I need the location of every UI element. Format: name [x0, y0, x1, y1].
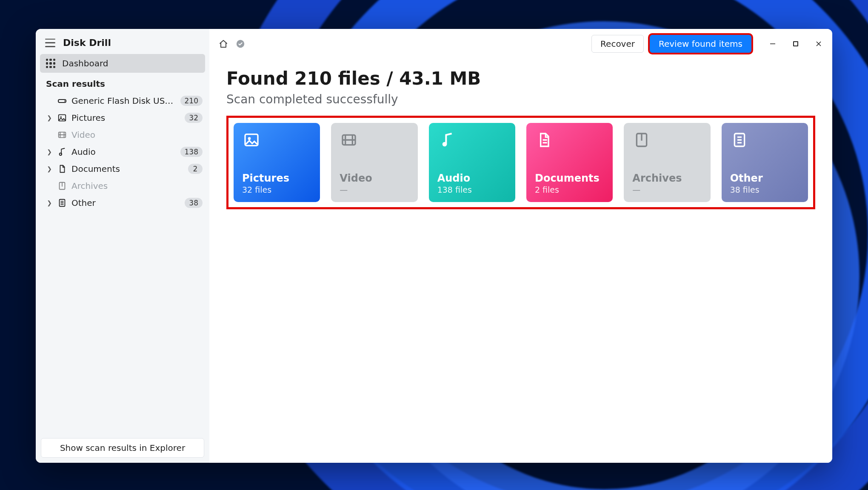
minimize-button[interactable] — [768, 39, 778, 49]
recover-button[interactable]: Recover — [591, 35, 644, 53]
sidebar-header: Disk Drill — [40, 35, 205, 54]
document-icon — [535, 131, 554, 149]
svg-rect-10 — [794, 42, 798, 46]
sidebar: Disk Drill Dashboard Scan results Generi… — [36, 29, 209, 463]
card-video[interactable]: Video — — [331, 123, 417, 202]
device-row[interactable]: Generic Flash Disk USB… 210 — [40, 92, 205, 109]
sidebar-item-pictures[interactable]: ❯ Pictures 32 — [40, 109, 205, 126]
video-icon — [340, 131, 358, 149]
archive-icon — [57, 181, 67, 191]
review-found-items-button[interactable]: Review found items — [650, 35, 751, 53]
drive-icon — [57, 96, 67, 106]
toolbar: Recover Review found items — [209, 29, 832, 59]
sidebar-item-label: Archives — [71, 181, 203, 191]
card-sub: 2 files — [535, 185, 604, 194]
card-sub: 38 files — [730, 185, 799, 194]
card-title: Other — [730, 172, 799, 184]
nav-dashboard[interactable]: Dashboard — [40, 54, 205, 73]
video-icon — [57, 130, 67, 140]
sidebar-item-count: 2 — [188, 164, 203, 174]
sidebar-item-label: Other — [71, 198, 180, 208]
card-documents[interactable]: Documents 2 files — [526, 123, 613, 202]
sidebar-item-archives[interactable]: Archives — [40, 177, 205, 194]
sidebar-item-audio[interactable]: ❯ Audio 138 — [40, 143, 205, 160]
sidebar-item-other[interactable]: ❯ Other 38 — [40, 194, 205, 211]
menu-icon[interactable] — [45, 39, 55, 47]
app-window: Disk Drill Dashboard Scan results Generi… — [36, 29, 832, 463]
svg-point-1 — [64, 100, 65, 101]
sidebar-item-count: 32 — [185, 113, 203, 123]
document-icon — [57, 164, 67, 174]
card-title: Audio — [437, 172, 507, 184]
chevron-right-icon: ❯ — [46, 199, 53, 206]
audio-icon — [57, 147, 67, 157]
svg-point-5 — [60, 153, 62, 156]
card-title: Documents — [535, 172, 604, 184]
sidebar-item-label: Audio — [71, 147, 176, 157]
card-title: Archives — [632, 172, 702, 184]
archive-icon — [632, 131, 651, 149]
card-pictures[interactable]: Pictures 32 files — [234, 123, 320, 202]
subhead: Scan completed successfully — [226, 92, 815, 106]
card-sub: 138 files — [437, 185, 507, 194]
content: Found 210 files / 43.1 MB Scan completed… — [209, 59, 832, 219]
svg-point-14 — [442, 142, 447, 147]
close-button[interactable] — [814, 39, 824, 49]
app-title: Disk Drill — [63, 37, 111, 48]
headline: Found 210 files / 43.1 MB — [226, 68, 815, 89]
sidebar-item-count: 138 — [180, 147, 203, 157]
section-label: Scan results — [40, 73, 205, 92]
sidebar-item-documents[interactable]: ❯ Documents 2 — [40, 160, 205, 177]
sidebar-footer: Show scan results in Explorer — [40, 438, 205, 459]
show-in-explorer-button[interactable]: Show scan results in Explorer — [41, 438, 204, 458]
card-archives[interactable]: Archives — — [624, 123, 710, 202]
sidebar-item-label: Video — [71, 130, 203, 140]
picture-icon — [242, 131, 261, 149]
dashboard-icon — [46, 59, 55, 68]
card-audio[interactable]: Audio 138 files — [429, 123, 515, 202]
svg-point-3 — [60, 117, 62, 118]
picture-icon — [57, 113, 67, 123]
maximize-button[interactable] — [791, 39, 801, 49]
home-icon[interactable] — [218, 38, 229, 49]
device-count: 210 — [180, 96, 203, 106]
nav-dashboard-label: Dashboard — [62, 58, 108, 68]
chevron-right-icon: ❯ — [46, 148, 53, 155]
check-circle-icon[interactable] — [235, 38, 246, 49]
card-sub: 32 files — [242, 185, 311, 194]
card-sub: — — [340, 185, 409, 194]
card-title: Pictures — [242, 172, 311, 184]
other-icon — [730, 131, 749, 149]
sidebar-item-count: 38 — [185, 198, 203, 208]
chevron-right-icon: ❯ — [46, 114, 53, 121]
audio-icon — [437, 131, 456, 149]
main-panel: Recover Review found items Found 210 fil… — [209, 29, 832, 463]
card-title: Video — [340, 172, 409, 184]
svg-point-12 — [248, 137, 251, 140]
card-other[interactable]: Other 38 files — [722, 123, 808, 202]
other-icon — [57, 198, 67, 208]
device-label: Generic Flash Disk USB… — [71, 96, 176, 106]
category-cards: Pictures 32 files Video — Audio 138 file… — [226, 116, 815, 209]
sidebar-item-label: Pictures — [71, 113, 180, 123]
chevron-right-icon: ❯ — [46, 165, 53, 172]
sidebar-item-label: Documents — [71, 164, 184, 174]
sidebar-item-video[interactable]: Video — [40, 126, 205, 143]
card-sub: — — [632, 185, 702, 194]
